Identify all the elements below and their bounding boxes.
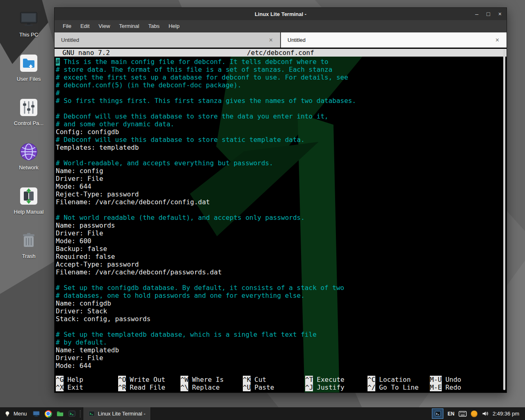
clock[interactable]: 2:49:36 pm xyxy=(493,411,521,417)
nano-shortcut-bar: ^GHelp^OWrite Out^WWhere Is^KCut^TExecut… xyxy=(56,376,501,391)
nano-line: Name: config xyxy=(56,167,507,175)
shortcut-label: Go To Line xyxy=(379,383,418,391)
volume-icon[interactable] xyxy=(482,410,488,417)
shortcut-key: ^K xyxy=(243,376,251,383)
menu-file[interactable]: File xyxy=(59,21,75,31)
menu-help[interactable]: Help xyxy=(164,21,184,31)
nano-line xyxy=(56,151,507,159)
nano-titlebar: GNU nano 7.2 /etc/debconf.conf xyxy=(55,49,507,57)
nano-line: Driver: Stack xyxy=(56,307,507,315)
nano-line: # Debconf will use this database to stor… xyxy=(56,112,507,120)
nano-buffer[interactable]: # This is the main config file for debco… xyxy=(55,58,507,370)
nano-line: Name: configdb xyxy=(56,299,507,307)
desktop-icon-network[interactable]: Network xyxy=(7,142,51,171)
nano-shortcut: ^OWrite Out xyxy=(118,376,180,383)
shortcut-label: Where Is xyxy=(192,376,224,383)
show-desktop-icon[interactable] xyxy=(31,409,42,419)
shortcut-key: ^G xyxy=(56,376,64,383)
system-tray: EN 2:49:36 pm xyxy=(432,407,525,420)
shortcut-key: ^T xyxy=(305,376,313,383)
taskbar-launchers xyxy=(31,409,78,419)
menu-terminal[interactable]: Terminal xyxy=(115,21,143,31)
nano-line: Driver: File xyxy=(56,354,507,362)
menu-bar: File Edit View Terminal Tabs Help xyxy=(55,20,507,32)
menu-button-label: Menu xyxy=(14,411,27,417)
menu-button[interactable]: Menu xyxy=(0,407,31,420)
sliders-icon xyxy=(19,98,39,117)
desktop-icon-label: Network xyxy=(19,165,39,171)
tray-terminal-icon[interactable] xyxy=(432,409,443,419)
shortcut-row-1: ^GHelp^OWrite Out^WWhere Is^KCut^TExecut… xyxy=(56,376,501,383)
minimize-icon[interactable]: – xyxy=(475,11,479,17)
shortcut-label: Paste xyxy=(254,383,274,391)
shortcut-label: Redo xyxy=(445,383,461,391)
trash-icon xyxy=(19,231,39,250)
nano-line: Required: false xyxy=(56,253,507,260)
taskbar: Menu Linux Lite Terminal - EN 2:49:36 pm xyxy=(0,407,525,420)
window-titlebar[interactable]: Linux Lite Terminal - – □ × xyxy=(55,8,507,20)
desktop-icon-label: Help Manual xyxy=(14,209,44,215)
nano-line: Filename: /var/cache/debconf/passwords.d… xyxy=(56,268,507,276)
desktop-icon-trash[interactable]: Trash xyxy=(7,231,51,259)
shortcut-label: Write Out xyxy=(130,376,165,383)
notification-icon[interactable] xyxy=(471,411,477,417)
nano-shortcut: ^\Replace xyxy=(180,383,243,391)
nano-line: # xyxy=(56,89,507,97)
file-manager-icon[interactable] xyxy=(55,409,66,419)
tab-untitled-1[interactable]: Untitled × xyxy=(55,32,281,48)
tab-close-icon[interactable]: × xyxy=(495,37,500,44)
nano-shortcut: ^UPaste xyxy=(243,383,305,391)
desktop-icon-label: User Files xyxy=(17,76,41,82)
nano-line: # store data. The format of this file is… xyxy=(56,66,507,73)
nano-shortcut: ^CLocation xyxy=(368,376,430,383)
nano-line: # This is the main config file for debco… xyxy=(56,58,507,66)
shortcut-label: Help xyxy=(67,376,83,383)
nano-shortcut: ^/Go To Line xyxy=(368,383,430,391)
nano-shortcut: M-UUndo xyxy=(430,376,492,383)
taskbar-window-button[interactable]: Linux Lite Terminal - xyxy=(83,407,151,420)
nano-line: # Debconf will use this database to stor… xyxy=(56,136,507,144)
shortcut-key: M-U xyxy=(430,376,442,383)
folder-icon xyxy=(19,53,39,73)
shortcut-key: ^R xyxy=(118,383,126,391)
nano-line: Mode: 600 xyxy=(56,237,507,245)
nano-shortcut: ^KCut xyxy=(243,376,305,383)
terminal-content[interactable]: GNU nano 7.2 /etc/debconf.conf # This is… xyxy=(55,48,507,393)
tab-close-icon[interactable]: × xyxy=(268,37,274,44)
nano-line: Driver: File xyxy=(56,229,507,237)
shortcut-label: Replace xyxy=(192,383,219,391)
desktop-icon-help-manual[interactable]: Help Manual xyxy=(7,186,51,215)
chrome-icon[interactable] xyxy=(43,409,54,419)
menu-tabs[interactable]: Tabs xyxy=(144,21,163,31)
shortcut-key: ^\ xyxy=(180,383,188,391)
desktop-icon-control-panel[interactable]: Control Pa... xyxy=(7,98,51,126)
nano-line: # Not world readable (the default), and … xyxy=(56,214,507,221)
menu-bulb-icon xyxy=(4,411,11,417)
terminal-launcher-icon[interactable] xyxy=(67,409,78,419)
shortcut-key: ^J xyxy=(305,383,313,391)
desktop-icon-user-files[interactable]: User Files xyxy=(7,53,51,82)
keyboard-icon[interactable] xyxy=(459,411,467,417)
shortcut-label: Cut xyxy=(254,376,266,383)
shortcut-key: ^O xyxy=(118,376,126,383)
keyboard-language-indicator[interactable]: EN xyxy=(447,411,454,417)
shortcut-key: ^/ xyxy=(368,383,375,391)
desktop-icon-label: This PC xyxy=(19,32,38,38)
nano-line: # So first things first. This first stan… xyxy=(56,97,507,105)
maximize-icon[interactable]: □ xyxy=(486,11,490,17)
shortcut-label: Execute xyxy=(317,376,344,383)
shortcut-label: Location xyxy=(379,376,411,383)
tab-untitled-2[interactable]: Untitled × xyxy=(281,32,507,48)
shortcut-label: Undo xyxy=(445,376,461,383)
terminal-scrollbar[interactable] xyxy=(503,49,505,390)
nano-line: Backup: false xyxy=(56,245,507,253)
tab-label: Untitled xyxy=(288,37,495,43)
nano-line: Driver: File xyxy=(56,175,507,183)
desktop-icon-this-pc[interactable]: This PC xyxy=(7,9,51,38)
menu-edit[interactable]: Edit xyxy=(76,21,94,31)
menu-view[interactable]: View xyxy=(94,21,114,31)
nano-line: # Set up the configdb database. By defau… xyxy=(56,284,507,292)
close-icon[interactable]: × xyxy=(498,11,502,17)
taskbar-separator xyxy=(80,410,80,418)
shortcut-label: Justify xyxy=(317,383,344,391)
